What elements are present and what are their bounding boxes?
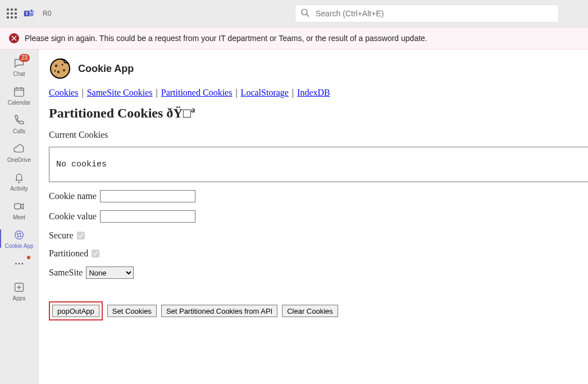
separator: | <box>79 88 85 97</box>
apps-icon <box>12 281 26 294</box>
link-partitioned[interactable]: Partitioned Cookies <box>161 88 233 97</box>
rail-chat[interactable]: 23 Chat <box>0 53 38 80</box>
page-heading: Partitioned Cookies ðŸ□ª <box>49 106 588 121</box>
top-bar: T R0 <box>0 0 588 27</box>
rail-activity[interactable]: Activity <box>0 168 38 195</box>
video-icon <box>12 200 26 213</box>
set-partitioned-api-button[interactable]: Set Partitioned Cookies from API <box>161 305 277 317</box>
rail-label: Meet <box>13 214 25 220</box>
chat-badge: 23 <box>19 54 30 62</box>
svg-point-20 <box>21 263 23 265</box>
cookies-output: No cookies <box>49 147 588 182</box>
svg-point-28 <box>57 71 60 73</box>
error-text: Please sign in again. This could be a re… <box>25 34 427 43</box>
rail-label: OneDrive <box>7 157 31 163</box>
samesite-select[interactable]: None <box>86 266 134 279</box>
highlight-annotation: popOutApp <box>49 301 103 320</box>
partitioned-label: Partitioned <box>49 249 88 259</box>
partitioned-row: Partitioned <box>49 249 588 259</box>
rail-apps[interactable]: Apps <box>0 277 38 305</box>
svg-point-18 <box>15 263 17 265</box>
svg-point-13 <box>15 231 24 240</box>
svg-point-17 <box>20 236 21 237</box>
svg-point-26 <box>61 64 63 65</box>
rail-label: Cookie App <box>4 243 33 249</box>
secure-checkbox[interactable] <box>77 232 85 240</box>
svg-point-3 <box>33 11 34 12</box>
rail-meet[interactable]: Meet <box>0 196 38 224</box>
separator: | <box>233 88 239 97</box>
link-localstorage[interactable]: LocalStorage <box>241 88 289 97</box>
clear-cookies-button[interactable]: Clear Cookies <box>282 305 338 317</box>
cookie-name-label: Cookie name <box>49 191 97 201</box>
svg-point-2 <box>30 10 33 12</box>
rail-cookie-app[interactable]: Cookie App <box>0 225 38 252</box>
cloud-icon <box>12 142 26 156</box>
rail-calendar[interactable]: Calendar <box>0 82 38 109</box>
rail-label: Chat <box>13 71 25 77</box>
svg-rect-8 <box>15 88 24 97</box>
nav-links: Cookies | SameSite Cookies | Partitioned… <box>49 88 588 98</box>
svg-point-14 <box>17 233 18 234</box>
rail-onedrive[interactable]: OneDrive <box>0 139 38 166</box>
cookie-name-row: Cookie name <box>49 190 588 202</box>
current-cookies-label: Current Cookies <box>49 130 588 140</box>
svg-point-19 <box>19 263 20 265</box>
search-input[interactable] <box>295 4 559 22</box>
rail-label: Activity <box>10 186 28 192</box>
workspace-name: R0 <box>43 10 51 17</box>
phone-icon <box>12 114 26 127</box>
rail-label: Calls <box>13 128 25 134</box>
separator: | <box>154 88 160 97</box>
svg-text:T: T <box>25 11 28 16</box>
bell-icon <box>12 171 26 184</box>
svg-rect-12 <box>15 204 21 209</box>
signin-error-banner: Please sign in again. This could be a re… <box>0 27 588 49</box>
svg-point-25 <box>55 65 57 67</box>
svg-point-15 <box>20 233 21 234</box>
search-container <box>295 4 559 22</box>
rail-label: Calendar <box>8 100 31 106</box>
link-indexdb[interactable]: IndexDB <box>297 88 330 97</box>
app-launcher-icon[interactable] <box>7 8 17 19</box>
cookie-value-label: Cookie value <box>49 211 97 222</box>
rail-more[interactable] <box>0 254 38 274</box>
svg-point-16 <box>17 236 19 237</box>
cookie-name-input[interactable] <box>100 190 195 202</box>
app-rail: 23 Chat Calendar Calls OneDrive <box>0 49 38 384</box>
link-cookies[interactable]: Cookies <box>49 88 78 97</box>
svg-point-27 <box>63 69 65 71</box>
cookie-icon <box>12 228 26 242</box>
more-icon <box>12 257 26 270</box>
error-icon <box>9 33 19 43</box>
content-area: Cookie App Cookies | SameSite Cookies | … <box>38 49 588 384</box>
samesite-label: SameSite <box>49 268 83 278</box>
svg-point-29 <box>54 70 56 72</box>
rail-label: Apps <box>13 295 26 301</box>
calendar-icon <box>12 85 26 98</box>
secure-label: Secure <box>49 231 74 241</box>
cookie-value-input[interactable] <box>100 210 195 223</box>
separator: | <box>290 88 296 97</box>
samesite-row: SameSite None <box>49 266 588 279</box>
teams-logo: T <box>24 8 35 19</box>
cookie-value-row: Cookie value <box>49 210 588 223</box>
app-title: Cookie App <box>78 63 134 75</box>
buttons-row: popOutApp Set Cookies Set Partitioned Co… <box>49 301 588 320</box>
popout-app-button[interactable]: popOutApp <box>52 305 99 317</box>
partitioned-checkbox[interactable] <box>92 250 99 257</box>
set-cookies-button[interactable]: Set Cookies <box>107 305 157 317</box>
cookie-app-logo <box>49 57 71 80</box>
teams-icon: T <box>24 8 35 19</box>
link-samesite[interactable]: SameSite Cookies <box>87 88 153 97</box>
rail-calls[interactable]: Calls <box>0 110 38 138</box>
app-header: Cookie App <box>49 57 588 80</box>
notification-dot <box>27 256 30 259</box>
secure-row: Secure <box>49 231 588 241</box>
